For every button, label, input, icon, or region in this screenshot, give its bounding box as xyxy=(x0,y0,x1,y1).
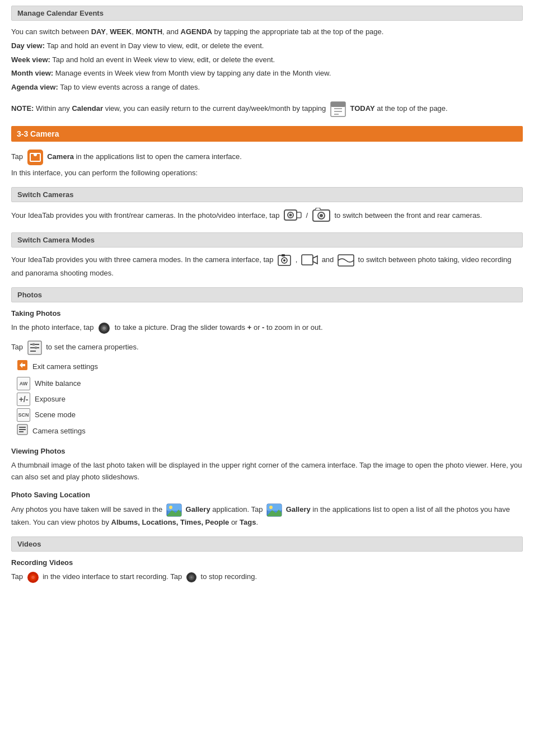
camera-tap-label: Tap xyxy=(11,152,23,161)
saving-text1: Any photos you have taken will be saved … xyxy=(11,506,162,514)
agenda-view-text: Tap to view events across a range of dat… xyxy=(60,83,200,91)
manage-calendar-header: Manage Calendar Events xyxy=(11,6,523,21)
video-record-text: in the video interface to start recordin… xyxy=(43,572,182,581)
recording-videos-heading: Recording Videos xyxy=(11,557,523,569)
svg-rect-27 xyxy=(35,347,37,349)
week-view-label: Week view: xyxy=(11,55,50,64)
note-block: NOTE: Within any Calendar view, you can … xyxy=(11,101,523,117)
tags-label: Tags xyxy=(240,518,256,526)
wb-label: White balance xyxy=(35,378,81,390)
svg-point-43 xyxy=(31,576,35,579)
saving-location-text: Any photos you have taken will be saved … xyxy=(11,503,523,529)
exposure-label: Exposure xyxy=(35,394,65,405)
saving-text2: application. Tap xyxy=(212,506,263,514)
scn-icon: SCN xyxy=(17,408,30,422)
prop-cam-settings: Camera settings xyxy=(17,424,523,439)
switch-cameras-header: Switch Cameras xyxy=(11,187,523,202)
agenda-label: AGENDA xyxy=(181,27,212,36)
take-text3: to zoom in or out. xyxy=(266,324,322,332)
photos-body: Taking Photos In the photo interface, ta… xyxy=(11,308,523,529)
svg-point-35 xyxy=(169,506,172,509)
note-suffix: at the top of the page. xyxy=(377,104,448,113)
viewing-photos-text: A thumbnail image of the last photo take… xyxy=(11,460,523,483)
shutter-icon xyxy=(97,321,111,335)
taking-photos-heading: Taking Photos xyxy=(11,308,523,320)
albums-label: Albums xyxy=(111,518,138,526)
videos-body: Recording Videos Tap in the video interf… xyxy=(11,557,523,584)
and-text: and xyxy=(166,27,179,36)
switch-cam-slash: / xyxy=(306,211,308,220)
take-text2: to take a picture. Drag the slider towar… xyxy=(115,324,245,332)
svg-point-7 xyxy=(289,213,292,216)
week-view-text: Tap and hold an event in Week view to vi… xyxy=(52,55,275,64)
camera-text: in the applications list to open the cam… xyxy=(76,152,242,161)
svg-rect-34 xyxy=(167,504,181,511)
wb-icon: AW xyxy=(17,377,30,390)
note-today: TODAY xyxy=(350,104,374,113)
svg-marker-17 xyxy=(313,256,317,264)
svg-point-14 xyxy=(283,259,285,262)
svg-rect-8 xyxy=(297,212,301,218)
photos-header: Photos xyxy=(11,287,523,302)
switch-cameras-body: Your IdeaTab provides you with front/rea… xyxy=(11,208,523,225)
prop-wb: AW White balance xyxy=(17,377,523,390)
switch-cam-text1: Your IdeaTab provides you with front/rea… xyxy=(11,211,279,220)
camera-bold-label: Camera xyxy=(47,152,74,161)
manage-calendar-body: You can switch between DAY, WEEK, MONTH,… xyxy=(11,26,523,94)
note-calendar: Calendar xyxy=(72,104,103,113)
svg-rect-38 xyxy=(267,504,282,511)
camera-intro: Tap Camera in the applications list to o… xyxy=(11,150,523,179)
camera-section-header: 3-3 Camera xyxy=(11,126,523,142)
minus-text: - xyxy=(262,324,264,332)
svg-point-21 xyxy=(102,326,106,330)
switch-modes-body: Your IdeaTab provides you with three cam… xyxy=(11,253,523,279)
switch-modes-text1: Your IdeaTab provides you with three cam… xyxy=(11,255,274,264)
month-label: MONTH xyxy=(135,27,162,36)
scn-label: Scene mode xyxy=(35,409,76,421)
switch-cam-text2: to switch between the front and rear cam… xyxy=(334,211,482,220)
manage-calendar-section: Manage Calendar Events You can switch be… xyxy=(11,6,523,117)
body-rest: by tapping the appropriate tab at the to… xyxy=(214,27,384,36)
camera-section: 3-3 Camera Tap Camera in the application… xyxy=(11,126,523,584)
saving-end: . xyxy=(256,518,258,526)
camera-props-list: Exit camera settings AW White balance +/… xyxy=(17,360,523,439)
day-view-text: Tap and hold an event in Day view to vie… xyxy=(46,41,264,50)
video-mode-icon xyxy=(301,254,318,267)
note-prefix: NOTE: xyxy=(11,104,34,113)
svg-rect-16 xyxy=(302,255,313,265)
rear-camera-icon xyxy=(312,208,331,225)
day-label: DAY xyxy=(91,27,106,36)
svg-rect-26 xyxy=(32,343,35,346)
settings-icon xyxy=(27,340,42,355)
camera-app-icon xyxy=(27,150,43,165)
switch-modes-header: Switch Camera Modes xyxy=(11,232,523,248)
plus-text: + xyxy=(247,324,252,332)
set-camera-text: to set the camera properties. xyxy=(46,343,138,352)
gallery-icon-1 xyxy=(166,503,182,517)
month-view-label: Month view: xyxy=(11,69,53,77)
svg-point-46 xyxy=(190,576,193,578)
cam-settings-icon xyxy=(17,424,28,439)
photo-mode-icon xyxy=(277,253,292,268)
mode-and: and xyxy=(322,255,334,264)
people-label: , People xyxy=(201,518,229,526)
svg-rect-1 xyxy=(331,102,345,107)
note-middle: Within any xyxy=(36,104,70,113)
exit-icon xyxy=(17,360,28,375)
video-tap-label: Tap xyxy=(11,572,23,581)
video-stop-text: to stop recording. xyxy=(201,572,257,581)
exposure-icon: +/- xyxy=(17,393,30,406)
saving-location-heading: Photo Saving Location xyxy=(11,489,523,501)
record-stop-icon xyxy=(186,572,197,583)
today-icon xyxy=(330,101,346,117)
svg-point-11 xyxy=(320,214,323,217)
videos-header: Videos xyxy=(11,536,523,552)
gallery-icon-2 xyxy=(266,503,282,517)
prop-exit: Exit camera settings xyxy=(17,360,523,375)
camera-props-block: Tap to set the camera properties. xyxy=(11,339,523,355)
or-text: or xyxy=(254,324,260,332)
prop-scn: SCN Scene mode xyxy=(17,408,523,422)
day-view-label: Day view: xyxy=(11,41,45,50)
tap-settings-label: Tap xyxy=(11,343,23,352)
take-text1: In the photo interface, tap xyxy=(11,324,93,332)
